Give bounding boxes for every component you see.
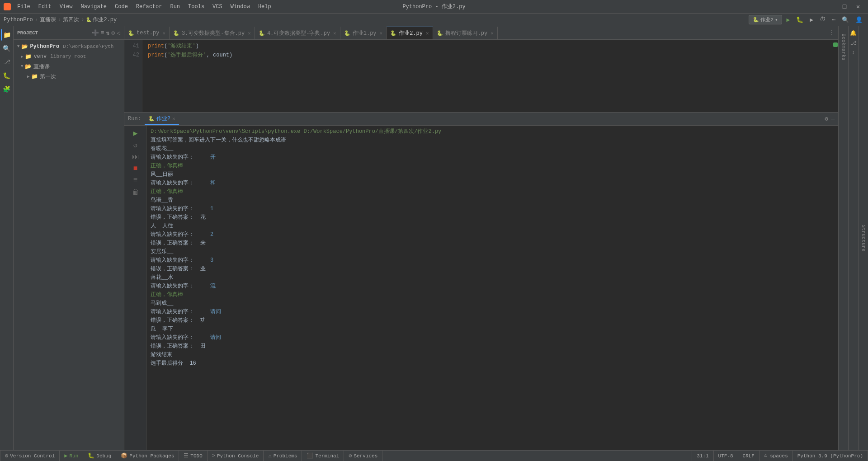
tab-zidian[interactable]: 🐍 4.可变数据类型-字典.py ✕ — [255, 27, 340, 39]
settings-icon[interactable]: ⚙ — [111, 29, 115, 37]
breadcrumb-sub2[interactable]: 第四次 — [63, 16, 79, 24]
run-clear-button[interactable]: 🗑 — [131, 187, 141, 197]
breadcrumb-filename[interactable]: 作业2.py — [93, 16, 117, 24]
menu-file[interactable]: File — [14, 3, 34, 11]
status-cursor-position[interactable]: 31:1 — [692, 451, 713, 461]
maximize-button[interactable]: □ — [838, 2, 851, 11]
status-terminal[interactable]: ⬛ Terminal — [302, 451, 344, 461]
collapse-sidebar-icon[interactable]: ◁ — [117, 29, 120, 37]
output-line-22: 错误，正确答案： 功 — [151, 316, 828, 325]
status-vc-label: Version Control — [10, 453, 55, 459]
run-wrap-button[interactable]: ≡ — [131, 175, 141, 185]
activity-project[interactable]: 📁 — [1, 29, 13, 41]
tab-jijhhe[interactable]: 🐍 3.可变数据类型-集合.py ✕ — [170, 27, 255, 39]
structure-label[interactable]: Structure — [861, 225, 866, 251]
tab-close-zuoye2[interactable]: ✕ — [426, 30, 429, 36]
run-tab-zuoye2[interactable]: 🐍 作业2 ✕ — [145, 113, 179, 125]
tree-root[interactable]: ▼ 📂 PythonPro D:\WorkSpace\Pyth — [14, 42, 124, 52]
status-console-label: Python Console — [217, 453, 259, 459]
profile-button[interactable]: ⏱ — [818, 15, 827, 24]
python-version-label: Python 3.9 (PythonPro) — [797, 453, 863, 459]
run-play-button[interactable]: ▶ — [131, 128, 141, 138]
root-folder-icon: 📂 — [21, 43, 28, 50]
title-bar: File Edit View Navigate Code Refactor Ru… — [0, 0, 868, 14]
root-path: D:\WorkSpace\Pyth — [63, 44, 113, 49]
run-tab-close[interactable]: ✕ — [172, 116, 175, 122]
user-icon[interactable]: 👤 — [854, 15, 864, 24]
tab-zuoye1[interactable]: 🐍 作业1.py ✕ — [340, 27, 387, 39]
breadcrumb-sub1[interactable]: 直播课 — [40, 16, 56, 24]
todo-icon: ☰ — [184, 452, 189, 459]
run-rerun-button[interactable]: ↺ — [131, 140, 141, 150]
status-services-label: Services — [354, 453, 377, 459]
tab-luocheng[interactable]: 🐍 撸程订票练习.py ✕ — [433, 27, 498, 39]
search-button[interactable]: 🔍 — [840, 15, 851, 24]
activity-debug[interactable]: 🐛 — [1, 70, 13, 81]
minimize-button[interactable]: — — [825, 2, 837, 11]
sync-icon[interactable]: ↕ — [849, 49, 858, 57]
tree-folder-zhiboke[interactable]: ▼ 📂 直播课 — [14, 61, 124, 71]
status-problems[interactable]: ⚠ Problems — [264, 451, 302, 461]
activity-search[interactable]: 🔍 — [1, 42, 13, 54]
status-debug[interactable]: 🐛 Debug — [83, 451, 116, 461]
nav-bar: PythonPro › 直播课 › 第四次 › 🐍 作业2.py 🐍 作业2 ▾… — [0, 14, 868, 26]
more-run-options[interactable]: ⋯ — [830, 15, 837, 24]
status-version-control[interactable]: ⚙ Version Control — [0, 451, 60, 461]
menu-view[interactable]: View — [56, 3, 76, 11]
menu-tools[interactable]: Tools — [184, 3, 208, 11]
tree-folder-diyici[interactable]: ▶ 📁 第一次 — [14, 71, 124, 81]
coverage-button[interactable]: ▶ — [808, 15, 815, 24]
menu-window[interactable]: Window — [227, 3, 254, 11]
tab-close-zuoye1[interactable]: ✕ — [380, 30, 383, 36]
tab-close-zidian[interactable]: ✕ — [333, 30, 336, 36]
code-content[interactable]: print('游戏结束') print('选手最后得分', count) — [142, 40, 832, 112]
tab-close-luocheng[interactable]: ✕ — [491, 30, 494, 36]
tab-zuoye2[interactable]: 🐍 作业2.py ✕ — [387, 27, 433, 39]
tree-venv[interactable]: ▶ 📁 venv library root — [14, 52, 124, 61]
status-encoding[interactable]: UTF-8 — [714, 451, 738, 461]
menu-refactor[interactable]: Refactor — [132, 3, 166, 11]
menu-navigate[interactable]: Navigate — [77, 3, 110, 11]
output-line-19: 正确，你真棒 — [151, 291, 828, 299]
activity-vcs[interactable]: ⎇ — [1, 56, 13, 68]
activity-plugins[interactable]: 🧩 — [1, 83, 13, 95]
menu-vcs[interactable]: VCS — [209, 3, 226, 11]
status-python-console[interactable]: > Python Console — [208, 451, 264, 461]
status-python-version[interactable]: Python 3.9 (PythonPro) — [793, 451, 868, 461]
menu-code[interactable]: Code — [111, 3, 132, 11]
run-stop-button[interactable]: ■ — [131, 164, 141, 174]
tab-icon-zidian: 🐍 — [259, 30, 265, 36]
run-step-button[interactable]: ⏭ — [131, 152, 141, 162]
git-icon[interactable]: ⎇ — [849, 39, 858, 47]
debug-button[interactable]: 🐛 — [794, 15, 805, 24]
zhiboke-arrow: ▼ — [21, 64, 23, 69]
tab-test-py[interactable]: 🐍 test.py ✕ — [124, 27, 170, 39]
menu-help[interactable]: Help — [255, 3, 275, 11]
status-services[interactable]: ⚙ Services — [344, 451, 382, 461]
new-folder-icon[interactable]: ➕ — [92, 29, 99, 37]
status-python-packages[interactable]: 📦 Python Packages — [116, 451, 179, 461]
status-indent[interactable]: 4 spaces — [760, 451, 793, 461]
status-todo[interactable]: ☰ TODO — [179, 451, 207, 461]
tab-label-zuoye2: 作业2.py — [399, 29, 423, 37]
expand-all-icon[interactable]: ⇅ — [106, 29, 110, 37]
panel-minimize-icon[interactable]: — — [831, 116, 835, 122]
close-button[interactable]: ✕ — [852, 2, 864, 11]
status-line-endings[interactable]: CRLF — [738, 451, 760, 461]
run-green-button[interactable]: ▶ — [785, 15, 792, 24]
notifications-icon[interactable]: 🔔 — [849, 29, 858, 37]
status-run[interactable]: ▶ Run — [60, 451, 83, 461]
validation-indicator[interactable] — [833, 42, 838, 47]
tab-close-test[interactable]: ✕ — [162, 30, 165, 36]
panel-settings-icon[interactable]: ⚙ — [825, 115, 828, 122]
menu-edit[interactable]: Edit — [35, 3, 55, 11]
breadcrumb-project[interactable]: PythonPro — [4, 17, 33, 23]
tab-more-button[interactable]: ⋮ — [826, 29, 838, 36]
collapse-all-icon[interactable]: ≡ — [101, 29, 104, 37]
status-problems-label: Problems — [274, 453, 297, 459]
bookmarks-label[interactable]: Bookmarks — [841, 33, 846, 60]
menu-run[interactable]: Run — [166, 3, 184, 11]
tab-close-jihe[interactable]: ✕ — [248, 30, 251, 36]
venv-arrow: ▶ — [21, 54, 23, 59]
run-config-button[interactable]: 🐍 作业2 ▾ — [749, 15, 782, 24]
